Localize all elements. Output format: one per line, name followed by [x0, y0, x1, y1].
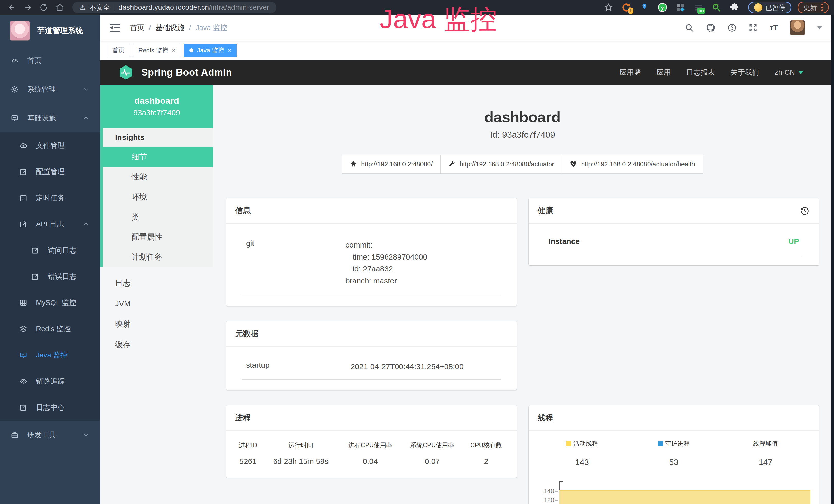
user-avatar[interactable]: [790, 20, 805, 36]
extension-proxy-icon[interactable]: on: [693, 2, 704, 13]
sba-nav-journal[interactable]: 日志报表: [686, 68, 715, 77]
history-icon[interactable]: [799, 206, 810, 216]
svg-text:y: y: [661, 5, 664, 10]
health-url-button[interactable]: http://192.168.0.2:48080/actuator/health: [562, 155, 703, 174]
sba-menu-label: 类: [132, 212, 139, 222]
sidebar-item-label: Java 监控: [36, 350, 68, 360]
profile-paused-badge[interactable]: 已暂停: [748, 2, 791, 13]
sba-menu-scheduled-tasks[interactable]: 计划任务: [103, 247, 213, 267]
app-logo-row[interactable]: 芋道管理系统: [0, 15, 100, 46]
sba-instance-name: dashboard: [134, 96, 179, 106]
sidebar-item-java-monitor[interactable]: Java 监控: [0, 342, 100, 368]
process-col-header: CPU核心数: [463, 438, 509, 456]
home-icon[interactable]: [53, 2, 66, 13]
sidebar-item-dev-tools[interactable]: 研发工具: [0, 420, 100, 449]
extension-y-icon[interactable]: y: [657, 2, 668, 13]
actuator-url-button[interactable]: http://192.168.0.2:48080/actuator: [440, 155, 562, 174]
bookmark-star-icon[interactable]: [603, 2, 614, 13]
sidebar-item-redis-monitor[interactable]: Redis 监控: [0, 316, 100, 342]
sba-menu-caches[interactable]: 缓存: [100, 334, 213, 355]
sba-menu-label: 日志: [115, 278, 130, 288]
sba-nav: 应用墙 应用 日志报表 关于我们 zh-CN: [619, 68, 804, 77]
help-icon[interactable]: [727, 23, 737, 32]
breadcrumb-separator: /: [149, 24, 151, 32]
sidebar-item-system[interactable]: 系统管理: [0, 75, 100, 104]
sba-menu-label: 性能: [132, 172, 147, 182]
sba-nav-about[interactable]: 关于我们: [730, 68, 759, 77]
home-icon: [350, 160, 357, 168]
close-icon[interactable]: ×: [227, 47, 231, 54]
sba-menu-config-props[interactable]: 配置属性: [103, 227, 213, 247]
page-scrollbar[interactable]: [831, 15, 834, 504]
tag-home[interactable]: 首页: [107, 44, 130, 57]
chevron-down-icon: [83, 86, 89, 93]
sba-menu-label: 计划任务: [132, 252, 162, 262]
sba-menu-logs[interactable]: 日志: [100, 273, 213, 293]
breadcrumb-item[interactable]: 首页: [130, 23, 144, 32]
fullscreen-icon[interactable]: [748, 23, 758, 32]
sidebar-item-log-center[interactable]: 日志中心: [0, 394, 100, 420]
sidebar-item-label: 日志中心: [36, 403, 65, 412]
chrome-update-button[interactable]: 更新: [797, 2, 829, 13]
sba-menu-details[interactable]: 细节: [103, 147, 213, 167]
breadcrumb-item[interactable]: 基础设施: [156, 23, 184, 32]
sidebar-item-access-logs[interactable]: 访问日志: [0, 237, 100, 264]
metadata-startup-row: startup 2021-04-27T00:44:31.254+08:00: [242, 357, 501, 380]
eye-icon: [20, 377, 27, 385]
sba-menu-environment[interactable]: 环境: [103, 187, 213, 207]
sidebar-item-infra[interactable]: 基础设施: [0, 104, 100, 133]
info-key: git: [242, 239, 346, 287]
active-dot: [189, 48, 193, 52]
threads-card: 线程 活动线程 守护进程 线程峰值 143 53 1: [529, 406, 819, 504]
sidebar-item-error-logs[interactable]: 错误日志: [0, 264, 100, 290]
font-size-icon[interactable]: тT: [770, 23, 778, 32]
sidebar-item-mysql-monitor[interactable]: MySQL 监控: [0, 290, 100, 316]
sba-nav-wallboard[interactable]: 应用墙: [619, 68, 641, 77]
threads-chart-plot: [559, 479, 811, 504]
sidebar-item-config-management[interactable]: 配置管理: [0, 159, 100, 185]
live-threads-value: 143: [536, 448, 628, 467]
extension-colorpicker-icon[interactable]: 1: [621, 2, 632, 13]
user-menu-caret-icon[interactable]: [817, 26, 822, 29]
sba-main: dashboard Id: 93a3fc7f7409 http://192.16…: [213, 85, 834, 504]
sba-nav-applications[interactable]: 应用: [657, 68, 671, 77]
sba-instance-header[interactable]: dashboard 93a3fc7f7409: [100, 85, 213, 128]
sba-language-select[interactable]: zh-CN: [775, 68, 804, 76]
extension-search-icon[interactable]: [711, 2, 722, 13]
tag-redis-monitor[interactable]: Redis 监控 ×: [133, 44, 181, 57]
extension-grid-icon[interactable]: [675, 2, 686, 13]
sidebar-item-home[interactable]: 首页: [0, 46, 100, 75]
url-text[interactable]: dashboard.yudao.iocoder.cn/infra/admin-s…: [118, 4, 269, 12]
reload-icon[interactable]: [37, 2, 50, 13]
sidebar-item-tracing[interactable]: 链路追踪: [0, 368, 100, 394]
tags-view-bar: 首页 Redis 监控 × Java 监控 ×: [100, 41, 834, 60]
security-label[interactable]: 不安全: [90, 3, 110, 12]
health-card: 健康 Instance UP: [529, 198, 819, 266]
sba-brand[interactable]: Spring Boot Admin: [118, 64, 232, 81]
search-icon[interactable]: [685, 23, 694, 32]
extensions-puzzle-icon[interactable]: [729, 2, 740, 13]
sba-menu-jvm[interactable]: JVM: [100, 293, 213, 314]
address-bar[interactable]: ⚠ 不安全 dashboard.yudao.iocoder.cn/infra/a…: [72, 2, 277, 13]
redis-icon: [20, 325, 27, 333]
close-icon[interactable]: ×: [172, 47, 175, 54]
sidebar-fold-icon[interactable]: [110, 23, 120, 32]
health-instance-row[interactable]: Instance UP: [545, 237, 804, 255]
sba-menu-mappings[interactable]: 映射: [100, 314, 213, 334]
url-path: /infra/admin-server: [209, 4, 269, 11]
sidebar-item-label: 研发工具: [27, 430, 56, 440]
extension-pin-icon[interactable]: [639, 2, 650, 13]
service-url-button[interactable]: http://192.168.0.2:48080/: [342, 155, 440, 174]
tag-java-monitor-active[interactable]: Java 监控 ×: [184, 44, 237, 57]
sidebar-item-scheduled-jobs[interactable]: 定时任务: [0, 185, 100, 211]
back-icon[interactable]: [5, 2, 19, 13]
sidebar-item-api-logs[interactable]: API 日志: [0, 211, 100, 237]
sba-menu-classes[interactable]: 类: [103, 207, 213, 227]
sidebar-item-file-management[interactable]: 文件管理: [0, 133, 100, 159]
emoji-face-icon: [754, 3, 762, 12]
sba-menu-metrics[interactable]: 性能: [103, 167, 213, 187]
monitor-icon: [11, 114, 19, 122]
forward-icon[interactable]: [21, 2, 35, 13]
github-icon[interactable]: [706, 23, 716, 32]
menu-kebab-icon[interactable]: [821, 4, 823, 11]
